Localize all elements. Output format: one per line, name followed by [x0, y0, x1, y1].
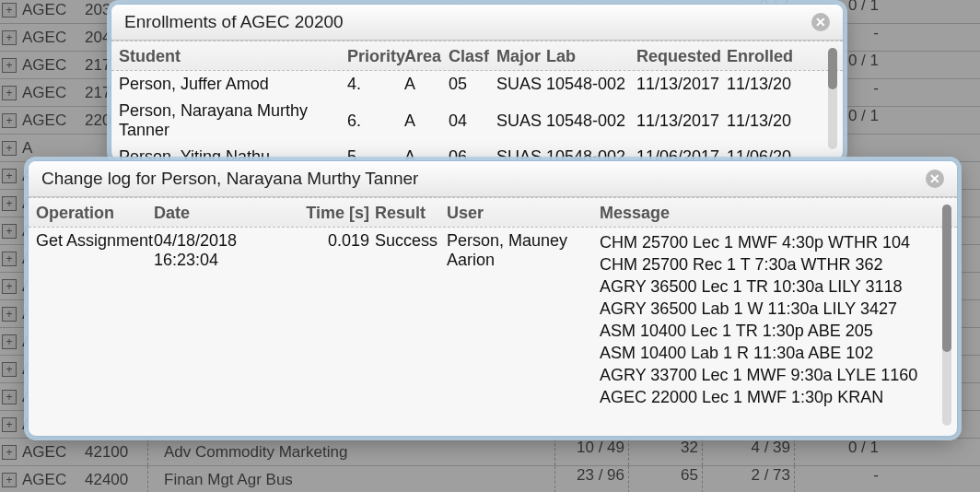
cell-title: Finan Mgt Agr Bus [158, 471, 554, 489]
cell-student: Person, Yiting Nathu [119, 147, 347, 160]
col-user[interactable]: User [443, 204, 600, 223]
col-student[interactable]: Student [119, 47, 347, 66]
col-result[interactable]: Result [375, 204, 443, 223]
cell-priority: 6. [347, 111, 404, 131]
cell-b: 65 [628, 466, 702, 492]
expand-icon[interactable]: + [2, 334, 17, 349]
expand-icon[interactable]: + [2, 362, 17, 377]
col-requested[interactable]: Requested [636, 47, 727, 66]
cell-student: Person, Juffer Amod [119, 75, 347, 94]
col-enrolled[interactable]: Enrolled [727, 47, 788, 66]
cell-enrolled: 11/13/20 [727, 111, 788, 131]
expand-icon[interactable]: + [2, 473, 17, 487]
cell-requested: 11/06/2017 [636, 147, 727, 160]
close-icon[interactable]: ✕ [926, 170, 944, 188]
cell-area: A [404, 75, 449, 94]
expand-icon[interactable]: + [2, 445, 17, 460]
col-message[interactable]: Message [600, 204, 925, 223]
cell-clasf: 06 [449, 147, 496, 160]
scrollbar[interactable] [828, 48, 837, 149]
col-priority[interactable]: Priority [347, 47, 404, 66]
cell-area: A [404, 147, 449, 160]
cell-c: 2 / 73 [702, 466, 794, 492]
expand-icon[interactable]: + [2, 30, 17, 45]
cell-major: SUAS [496, 111, 546, 131]
cell-number: 42400 [85, 471, 147, 489]
enrollments-titlebar[interactable]: Enrollments of AGEC 20200 ✕ [111, 5, 843, 41]
changelog-titlebar[interactable]: Change log for Person, Narayana Murthy T… [29, 161, 957, 197]
cell-code: AGEC [22, 84, 85, 102]
changelog-row[interactable]: Get Assignment 04/18/2018 16:23:04 0.019… [29, 228, 957, 412]
cell-requested: 11/13/2017 [636, 111, 727, 131]
expand-icon[interactable]: + [2, 390, 17, 404]
expand-icon[interactable]: + [2, 417, 17, 432]
cell-lab: 10548-002 [546, 111, 636, 131]
expand-icon[interactable]: + [2, 196, 17, 211]
cell-student: Person, Narayana Murthy Tanner [119, 101, 347, 140]
cell-time: 0.019 [301, 231, 375, 251]
enrollment-row[interactable]: Person, Narayana Murthy Tanner6.A04SUAS1… [111, 98, 843, 144]
cell-area: A [404, 111, 449, 131]
cell-number: 42100 [85, 443, 147, 462]
scrollbar[interactable] [942, 205, 951, 426]
expand-icon[interactable]: + [2, 279, 17, 294]
cell-d: - [794, 466, 886, 492]
table-row[interactable]: +AGEC42400Finan Mgt Agr Bus23 / 96652 / … [0, 466, 980, 492]
cell-priority: 4. [347, 75, 404, 94]
changelog-header-row: Operation Date Time [s] Result User Mess… [29, 197, 957, 228]
scrollbar-thumb[interactable] [828, 48, 837, 89]
enrollments-header-row: Student Priority Area Clasf Major Lab Re… [111, 41, 843, 71]
col-major[interactable]: Major [496, 47, 546, 66]
changelog-title: Change log for Person, Narayana Murthy T… [41, 169, 418, 189]
scrollbar-thumb[interactable] [942, 205, 951, 352]
expand-icon[interactable]: + [2, 86, 17, 100]
message-line: CHM 25700 Rec 1 T 7:30a WTHR 362 [600, 253, 925, 275]
enrollment-row[interactable]: Person, Yiting Nathu5.A06SUAS10548-00211… [111, 144, 843, 160]
cell-code: AGEC [22, 29, 85, 47]
cell-requested: 11/13/2017 [636, 75, 727, 94]
cell-a: 23 / 96 [554, 466, 628, 492]
cell-date: 04/18/2018 16:23:04 [154, 231, 301, 270]
cell-enrolled: 11/06/20 [727, 147, 788, 160]
cell-priority: 5. [347, 147, 404, 160]
message-line: AGRY 36500 Lab 1 W 11:30a LILY 3427 [600, 298, 925, 320]
cell-major: SUAS [496, 147, 546, 160]
cell-b: 32 [628, 439, 702, 465]
enrollment-row[interactable]: Person, Juffer Amod4.A05SUAS10548-00211/… [111, 71, 843, 98]
expand-icon[interactable]: + [2, 252, 17, 266]
cell-c: 4 / 39 [702, 439, 794, 465]
expand-icon[interactable]: + [2, 224, 17, 239]
enrollments-dialog: Enrollments of AGEC 20200 ✕ Student Prio… [111, 4, 844, 160]
expand-icon[interactable]: + [2, 113, 17, 128]
cell-code: AGEC [22, 443, 85, 462]
col-clasf[interactable]: Clasf [449, 47, 496, 66]
cell-major: SUAS [496, 75, 546, 94]
message-line: AGRY 36500 Lec 1 TR 10:30a LILY 3118 [600, 275, 925, 298]
cell-enrolled: 11/13/20 [727, 75, 788, 94]
expand-icon[interactable]: + [2, 58, 17, 73]
cell-clasf: 05 [449, 75, 496, 94]
cell-result: Success [375, 231, 443, 251]
expand-icon[interactable]: + [2, 141, 17, 156]
close-icon[interactable]: ✕ [811, 13, 830, 31]
col-date[interactable]: Date [154, 204, 301, 223]
col-operation[interactable]: Operation [36, 204, 154, 223]
cell-a: 10 / 49 [554, 439, 628, 465]
changelog-dialog: Change log for Person, Narayana Murthy T… [28, 160, 958, 437]
col-time[interactable]: Time [s] [301, 204, 375, 223]
cell-message: CHM 25700 Lec 1 MWF 4:30p WTHR 104CHM 25… [600, 231, 925, 408]
message-line: ASM 10400 Lab 1 R 11:30a ABE 102 [600, 342, 925, 364]
expand-icon[interactable]: + [2, 169, 17, 183]
expand-icon[interactable]: + [2, 3, 17, 18]
message-line: AGRY 33700 Lec 1 MWF 9:30a LYLE 1160 [600, 364, 925, 386]
cell-title: Adv Commodity Marketing [158, 443, 554, 462]
col-area[interactable]: Area [404, 47, 449, 66]
col-lab[interactable]: Lab [546, 47, 636, 66]
table-row[interactable]: +AGEC42100Adv Commodity Marketing10 / 49… [0, 439, 980, 466]
cell-d: 0 / 1 [794, 439, 886, 465]
expand-icon[interactable]: + [2, 307, 17, 322]
enrollments-title: Enrollments of AGEC 20200 [124, 12, 344, 32]
cell-clasf: 04 [449, 111, 496, 131]
cell-lab: 10548-002 [546, 75, 636, 94]
message-line: ASM 10400 Lec 1 TR 1:30p ABE 205 [600, 320, 925, 342]
